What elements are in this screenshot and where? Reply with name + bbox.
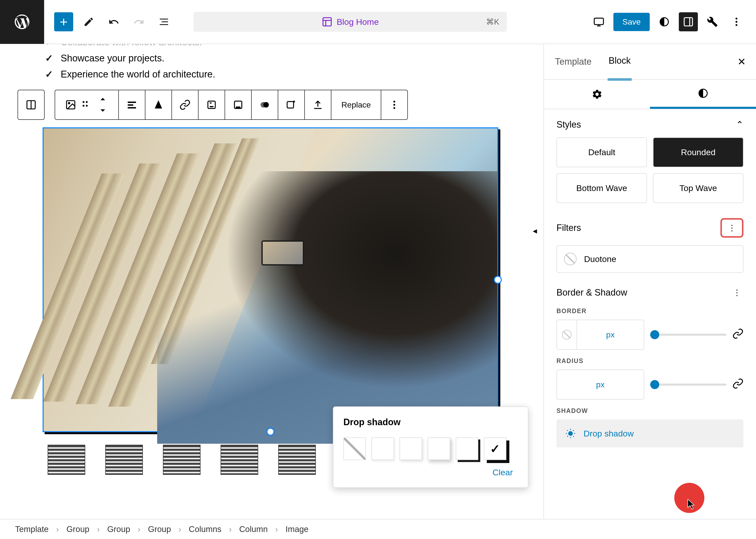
style-top-wave[interactable]: Top Wave <box>653 173 743 203</box>
svg-point-20 <box>237 107 239 108</box>
options-icon[interactable] <box>727 12 746 31</box>
cursor-icon <box>687 497 698 514</box>
upload-button[interactable] <box>305 90 332 120</box>
thumbnail-image[interactable] <box>48 445 85 475</box>
breadcrumb-item[interactable]: Columns <box>189 524 221 534</box>
svg-point-26 <box>394 107 395 109</box>
border-color-icon[interactable] <box>562 330 571 340</box>
clear-button[interactable]: Clear <box>343 468 513 477</box>
contrast-icon[interactable] <box>655 12 674 31</box>
breadcrumb-item[interactable]: Column <box>239 524 268 534</box>
filters-heading: Filters <box>557 223 581 233</box>
breadcrumb-item[interactable]: Group <box>66 524 90 534</box>
link-sides-icon[interactable] <box>732 328 743 342</box>
shadow-label: SHADOW <box>557 407 743 415</box>
flip-button[interactable] <box>145 90 172 120</box>
align-button[interactable] <box>119 90 145 120</box>
insert-button[interactable] <box>278 90 305 120</box>
list-view-icon[interactable] <box>154 12 174 31</box>
filters-more-icon[interactable]: ⋮ <box>720 218 743 238</box>
check-icon: ✓ <box>45 44 53 48</box>
document-title: Blog Home <box>337 17 379 27</box>
breadcrumb-item[interactable]: Group <box>148 524 171 534</box>
radius-slider[interactable] <box>650 384 726 386</box>
svg-point-12 <box>86 105 88 107</box>
settings-sidebar-icon[interactable] <box>679 12 698 31</box>
resize-handle-right[interactable] <box>494 276 502 284</box>
svg-rect-16 <box>208 101 215 108</box>
tab-block[interactable]: Block <box>608 43 632 80</box>
border-input[interactable]: px <box>557 320 644 350</box>
style-bottom-wave[interactable]: Bottom Wave <box>557 173 647 203</box>
thumbnail-image[interactable] <box>105 445 143 475</box>
svg-rect-2 <box>684 18 693 26</box>
tab-template[interactable]: Template <box>554 44 593 79</box>
shadow-preset-2[interactable] <box>400 437 422 460</box>
resize-handle-bottom[interactable] <box>266 428 274 436</box>
list-item[interactable]: ✓Experience the world of architecture. <box>13 66 544 82</box>
shadow-preset-1[interactable] <box>371 437 394 460</box>
shadow-preset-3[interactable] <box>428 437 450 460</box>
block-type-button[interactable] <box>55 90 119 120</box>
subtab-styles[interactable] <box>650 80 756 109</box>
view-desktop-icon[interactable] <box>589 12 608 31</box>
replace-button[interactable]: Replace <box>332 90 381 120</box>
svg-rect-1 <box>594 18 604 25</box>
border-shadow-heading: Border & Shadow <box>557 287 627 298</box>
close-icon[interactable]: ✕ <box>737 56 746 67</box>
document-title-bar[interactable]: Blog Home ⌘K <box>193 12 507 32</box>
keyboard-shortcut: ⌘K <box>486 17 499 27</box>
more-options-button[interactable] <box>381 90 408 120</box>
radius-input[interactable]: px <box>557 369 644 400</box>
border-shadow-more-icon[interactable]: ⋮ <box>730 285 743 300</box>
svg-rect-23 <box>287 102 294 108</box>
breadcrumb-item[interactable]: Group <box>107 524 130 534</box>
thumbnail-image[interactable] <box>278 445 316 475</box>
link-corners-icon[interactable] <box>732 378 743 391</box>
breadcrumb-item[interactable]: Template <box>15 524 49 534</box>
image-block[interactable] <box>42 127 498 432</box>
add-block-button[interactable]: + <box>54 12 73 31</box>
svg-point-9 <box>83 101 85 103</box>
cursor-icon: ◄ <box>531 227 538 235</box>
block-toolbar: Replace <box>18 90 521 120</box>
svg-point-10 <box>86 101 88 103</box>
redo-icon[interactable] <box>129 12 148 31</box>
tools-icon[interactable] <box>703 12 722 31</box>
crop-button[interactable] <box>225 90 252 120</box>
drop-shadow-button[interactable]: Drop shadow <box>557 420 743 447</box>
svg-point-5 <box>735 24 737 26</box>
check-icon: ✓ <box>45 69 53 80</box>
shadow-preset-4[interactable] <box>456 437 478 460</box>
svg-point-22 <box>264 102 269 108</box>
list-item[interactable]: ✓Showcase your projects. <box>13 50 544 66</box>
svg-rect-15 <box>128 107 136 109</box>
shadow-preset-5[interactable] <box>484 437 506 460</box>
border-label: BORDER <box>557 307 743 315</box>
shadow-none[interactable] <box>343 437 366 460</box>
parent-block-button[interactable] <box>18 90 44 120</box>
caption-button[interactable] <box>198 90 225 120</box>
link-button[interactable] <box>172 90 198 120</box>
thumbnail-image[interactable] <box>221 445 258 475</box>
subtab-settings[interactable] <box>544 80 650 109</box>
save-button[interactable]: Save <box>613 13 650 31</box>
style-default[interactable]: Default <box>557 137 647 167</box>
radius-label: RADIUS <box>557 357 743 364</box>
breadcrumb-item[interactable]: Image <box>285 524 309 534</box>
border-slider[interactable] <box>650 334 726 336</box>
editor-canvas[interactable]: ✓Collaborate with fellow architects. ✓Sh… <box>0 44 544 519</box>
svg-point-25 <box>394 104 395 106</box>
list-item[interactable]: ✓Collaborate with fellow architects. <box>13 44 544 50</box>
style-rounded[interactable]: Rounded <box>653 137 743 167</box>
svg-point-4 <box>735 21 737 23</box>
wordpress-logo[interactable] <box>0 0 44 44</box>
edit-icon[interactable] <box>79 12 98 31</box>
duotone-button[interactable] <box>252 90 278 120</box>
duotone-button[interactable]: Duotone <box>557 245 743 273</box>
thumbnail-image[interactable] <box>163 445 200 475</box>
undo-icon[interactable] <box>104 12 123 31</box>
svg-point-8 <box>68 103 70 104</box>
svg-point-27 <box>569 432 572 435</box>
chevron-up-icon[interactable]: ⌃ <box>736 119 743 130</box>
